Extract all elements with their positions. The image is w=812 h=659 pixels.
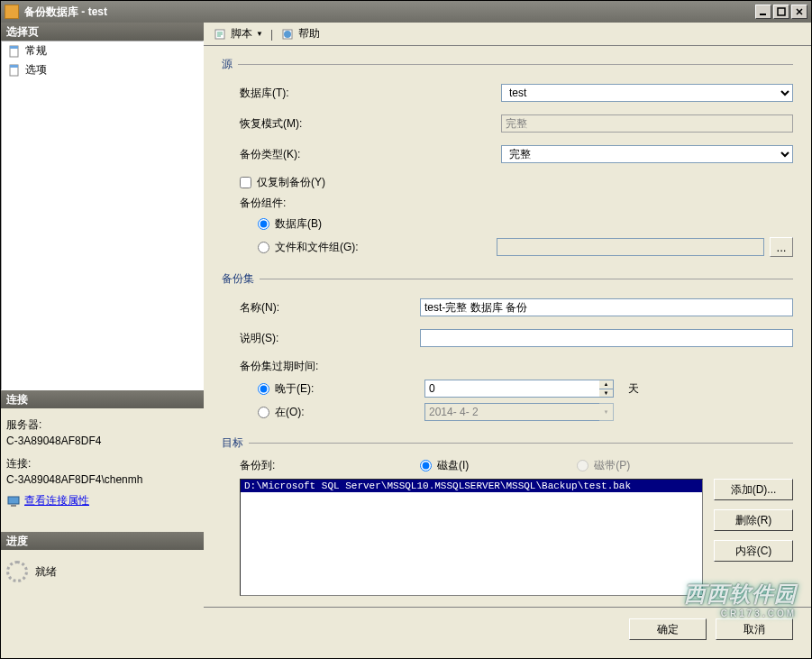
titlebar[interactable]: 备份数据库 - test — [1, 1, 811, 23]
copy-only-label: 仅复制备份(Y) — [257, 175, 325, 190]
spinner-up-icon[interactable]: ▲ — [599, 380, 613, 389]
script-button[interactable]: 脚本 ▼ — [209, 24, 267, 43]
backup-to-label: 备份到: — [240, 458, 420, 473]
expire-after-label: 晚于(E): — [275, 381, 419, 397]
tape-radio — [577, 460, 588, 471]
minimize-button[interactable] — [755, 5, 771, 19]
disk-radio[interactable] — [420, 460, 432, 471]
destination-listbox[interactable]: D:\Microsoft SQL Server\MSSQL10.MSSQLSER… — [240, 479, 703, 596]
window-title: 备份数据库 - test — [24, 5, 755, 20]
expire-on-radio[interactable] — [258, 407, 269, 418]
nav-list: 常规 选项 — [1, 41, 204, 390]
script-label: 脚本 — [231, 26, 252, 41]
cancel-button[interactable]: 取消 — [716, 618, 793, 640]
progress-spinner-icon — [6, 561, 28, 582]
page-icon — [7, 44, 22, 59]
connection-section: 服务器: C-3A89048AF8DF4 连接: C-3A89048AF8DF4… — [1, 408, 204, 514]
svg-rect-7 — [11, 505, 16, 507]
remove-button[interactable]: 删除(R) — [714, 509, 793, 531]
left-panel: 选择页 常规 选项 连接 服务器: C-3A89048AF8DF4 连接: C-… — [1, 23, 204, 658]
dropdown-arrow-icon: ▼ — [256, 30, 263, 38]
nav-item-general[interactable]: 常规 — [2, 41, 203, 60]
dialog-button-bar: 确定 取消 — [204, 607, 811, 649]
backup-set-legend: 备份集 — [222, 271, 260, 287]
disk-label: 磁盘(I) — [437, 458, 469, 473]
progress-section: 就绪 — [1, 550, 204, 588]
monitor-icon — [6, 494, 21, 508]
view-connection-properties-link[interactable]: 查看连接属性 — [6, 493, 198, 508]
svg-rect-1 — [778, 8, 785, 15]
filegroups-input — [497, 238, 764, 256]
select-page-header: 选择页 — [1, 23, 204, 41]
connection-label: 连接: — [6, 456, 198, 471]
description-input[interactable] — [420, 329, 793, 347]
recovery-mode-label: 恢复模式(M): — [240, 116, 501, 132]
connection-value: C-3A89048AF8DF4\chenmh — [6, 473, 198, 486]
app-icon — [5, 5, 19, 19]
source-legend: 源 — [222, 57, 238, 72]
toolbar: 脚本 ▼ | 帮助 — [204, 23, 811, 46]
destination-legend: 目标 — [222, 435, 249, 451]
expire-date-picker: ▼ — [424, 403, 614, 421]
expire-date-input — [424, 403, 599, 421]
right-panel: 脚本 ▼ | 帮助 源 数据库(T): test — [204, 23, 811, 658]
page-icon — [7, 63, 22, 78]
copy-only-checkbox[interactable] — [240, 177, 251, 188]
toolbar-separator: | — [270, 28, 273, 41]
expire-days-spinner[interactable]: ▲ ▼ — [424, 380, 614, 398]
svg-rect-3 — [10, 46, 18, 49]
backup-type-label: 备份类型(K): — [240, 147, 501, 162]
close-button[interactable] — [791, 5, 807, 19]
recovery-mode-value: 完整 — [501, 114, 793, 133]
help-button[interactable]: 帮助 — [277, 24, 324, 43]
contents-button[interactable]: 内容(C) — [714, 540, 793, 562]
dialog-window: 备份数据库 - test 选择页 常规 选项 连接 服务器: — [0, 0, 812, 659]
link-label: 查看连接属性 — [24, 493, 89, 508]
expire-after-radio[interactable] — [258, 383, 269, 395]
filegroups-browse-button[interactable]: ... — [770, 237, 793, 257]
expire-label: 备份集过期时间: — [240, 359, 793, 374]
script-icon — [213, 27, 227, 41]
server-value: C-3A89048AF8DF4 — [6, 435, 198, 447]
database-select[interactable]: test — [501, 84, 793, 102]
progress-status: 就绪 — [35, 564, 57, 580]
backup-set-group: 备份集 名称(N): 说明(S): 备份集过期时间: — [222, 271, 793, 426]
expire-days-input[interactable] — [424, 380, 599, 398]
destination-path-item[interactable]: D:\Microsoft SQL Server\MSSQL10.MSSQLSER… — [241, 480, 702, 492]
svg-rect-0 — [760, 14, 766, 15]
description-label: 说明(S): — [240, 331, 420, 346]
component-filegroups-label: 文件和文件组(G): — [275, 240, 491, 255]
help-icon — [280, 27, 295, 41]
server-label: 服务器: — [6, 417, 198, 433]
content-area: 源 数据库(T): test 恢复模式(M): 完整 备份 — [204, 46, 811, 658]
name-label: 名称(N): — [240, 300, 420, 316]
add-button[interactable]: 添加(D)... — [714, 479, 793, 500]
name-input[interactable] — [420, 298, 793, 316]
nav-item-options[interactable]: 选项 — [2, 60, 203, 79]
component-database-label: 数据库(B) — [275, 216, 322, 232]
svg-rect-6 — [8, 497, 19, 504]
nav-item-label: 常规 — [25, 43, 47, 59]
source-group: 源 数据库(T): test 恢复模式(M): 完整 备份 — [222, 57, 793, 262]
nav-item-label: 选项 — [25, 62, 47, 78]
progress-header: 进度 — [1, 532, 204, 550]
component-filegroups-radio[interactable] — [258, 242, 269, 253]
maximize-button[interactable] — [773, 5, 789, 19]
svg-rect-5 — [10, 65, 18, 68]
tape-label: 磁带(P) — [594, 458, 630, 473]
expire-on-label: 在(O): — [275, 405, 419, 420]
help-label: 帮助 — [298, 26, 320, 41]
ok-button[interactable]: 确定 — [629, 618, 707, 640]
backup-type-select[interactable]: 完整 — [501, 145, 793, 163]
spinner-down-icon[interactable]: ▼ — [599, 389, 613, 398]
svg-point-10 — [284, 31, 291, 38]
backup-component-label: 备份组件: — [240, 196, 793, 211]
component-database-radio[interactable] — [258, 218, 269, 230]
expire-days-unit: 天 — [628, 381, 639, 397]
database-label: 数据库(T): — [240, 86, 501, 101]
destination-group: 目标 备份到: 磁盘(I) 磁带(P) — [222, 435, 793, 596]
date-dropdown-icon: ▼ — [599, 404, 613, 420]
connection-header: 连接 — [1, 390, 204, 408]
